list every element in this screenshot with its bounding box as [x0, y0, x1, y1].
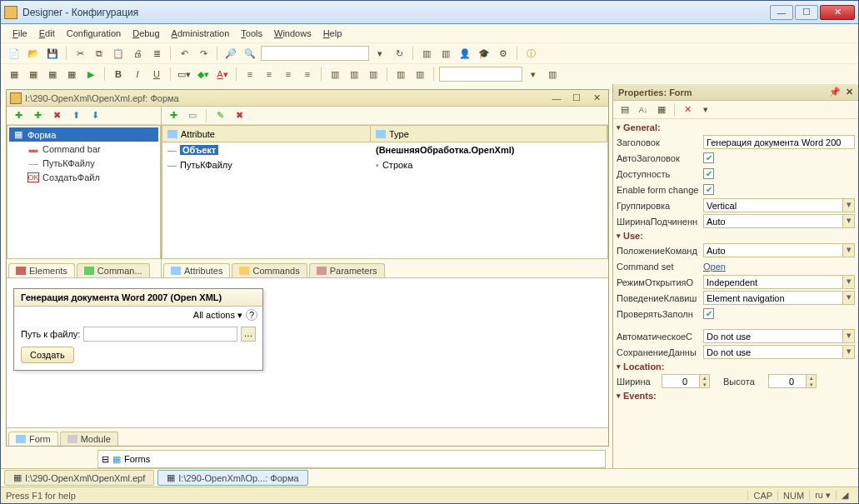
copy-icon[interactable]: ⧉: [91, 45, 107, 62]
menu-file[interactable]: File: [7, 27, 32, 40]
save-icon[interactable]: 💾: [44, 45, 61, 62]
attr-add2-icon[interactable]: ▭: [184, 107, 201, 124]
bold-icon[interactable]: B: [110, 66, 127, 82]
tab-elements[interactable]: Elements: [8, 263, 75, 277]
attr-del-icon[interactable]: ✖: [231, 107, 247, 124]
tree-item[interactable]: —ПутьКФайлу: [9, 156, 158, 170]
align-l-icon[interactable]: ≡: [242, 66, 258, 82]
elements-tree[interactable]: ▦ Форма ▬Command bar —ПутьКФайлу OKСозда…: [7, 125, 161, 259]
form-icon[interactable]: ▦: [6, 66, 22, 82]
x-icon[interactable]: ✕: [679, 102, 696, 118]
prop-openmode-combo[interactable]: Independent▾: [703, 275, 855, 289]
dd-icon[interactable]: ▾: [697, 102, 714, 118]
tab-module[interactable]: Module: [60, 432, 118, 446]
menu-configuration[interactable]: Configuration: [62, 27, 126, 40]
tab-parameters[interactable]: Parameters: [309, 263, 385, 277]
status-lang[interactable]: ru ▾: [809, 490, 836, 501]
color1-icon[interactable]: ▭▾: [176, 66, 192, 82]
find-icon[interactable]: 🔎: [222, 45, 239, 62]
attr-add-icon[interactable]: ✚: [165, 107, 182, 124]
menu-administration[interactable]: Administration: [167, 27, 235, 40]
section-events[interactable]: Events:: [617, 389, 855, 402]
close-button[interactable]: ✕: [820, 5, 855, 20]
del-icon[interactable]: ✖: [48, 107, 65, 124]
italic-icon[interactable]: I: [129, 66, 146, 82]
tab-commands-left[interactable]: Comman...: [77, 263, 150, 277]
refresh-icon[interactable]: ↻: [391, 45, 407, 62]
tree-root[interactable]: ▦ Форма: [9, 127, 158, 142]
section-location[interactable]: Location:: [617, 360, 855, 373]
down-icon[interactable]: ⬇: [87, 107, 103, 124]
sort-cat-icon[interactable]: ▤: [617, 102, 633, 118]
filter-icon[interactable]: ▦: [653, 102, 670, 118]
menu-debug[interactable]: Debug: [127, 27, 164, 40]
menu-windows[interactable]: Windows: [269, 27, 317, 40]
undo-icon[interactable]: ↶: [176, 45, 192, 62]
combo-dd-icon[interactable]: ▾: [525, 66, 542, 82]
create-button[interactable]: Создать: [21, 347, 74, 363]
prop-height-spinner[interactable]: ▴▾: [768, 374, 817, 388]
prop-savedata-combo[interactable]: Do not use▾: [703, 345, 855, 359]
help-icon[interactable]: ⓘ: [522, 45, 539, 62]
up-icon[interactable]: ⬆: [67, 107, 84, 124]
mdi-min-icon[interactable]: —: [548, 90, 565, 107]
cut-icon[interactable]: ✂: [72, 45, 88, 62]
print-icon[interactable]: 🖨: [129, 45, 146, 62]
pin-icon[interactable]: 📌: [829, 87, 841, 97]
form3-icon[interactable]: ▦: [44, 66, 61, 82]
search-go-icon[interactable]: ▾: [372, 45, 388, 62]
prop-keybeh-combo[interactable]: Element navigation▾: [703, 291, 855, 305]
prop-avail-check[interactable]: ✔: [703, 168, 714, 179]
status-resize-icon[interactable]: ◢: [836, 490, 853, 501]
user-icon[interactable]: 👤: [457, 45, 473, 62]
search-input[interactable]: [261, 46, 369, 61]
add2-icon[interactable]: ✚: [29, 107, 46, 124]
form4-icon[interactable]: ▦: [63, 66, 80, 82]
panel-close-icon[interactable]: ✕: [846, 87, 853, 97]
g6-icon[interactable]: ▥: [544, 66, 561, 82]
g1-icon[interactable]: ▥: [327, 66, 343, 82]
compare-icon[interactable]: ≣: [148, 45, 165, 62]
tree-item[interactable]: ▬Command bar: [9, 142, 158, 156]
underline-icon[interactable]: U: [148, 66, 165, 82]
align-r-icon[interactable]: ≡: [280, 66, 297, 82]
section-use[interactable]: Use:: [617, 229, 855, 242]
align-j-icon[interactable]: ≡: [299, 66, 316, 82]
fontcolor-icon[interactable]: A▾: [214, 66, 231, 82]
db1-icon[interactable]: ▥: [418, 45, 435, 62]
g2-icon[interactable]: ▥: [346, 66, 362, 82]
prop-autotitle-check[interactable]: ✔: [703, 152, 714, 163]
tab-commands[interactable]: Commands: [232, 263, 307, 277]
attr-edit-icon[interactable]: ✎: [212, 107, 228, 124]
form2-icon[interactable]: ▦: [25, 66, 42, 82]
g3-icon[interactable]: ▥: [365, 66, 382, 82]
new-icon[interactable]: 📄: [6, 45, 22, 62]
prop-title-input[interactable]: [703, 135, 855, 149]
all-actions-link[interactable]: All actions ▾: [193, 310, 242, 321]
browse-button[interactable]: …: [241, 327, 256, 342]
doc-tab[interactable]: ▦I:\290-OpenXml\Op...: Форма: [157, 470, 307, 486]
prop-cmdset-link[interactable]: Open: [703, 262, 726, 272]
open-icon[interactable]: 📂: [25, 45, 42, 62]
section-general[interactable]: General:: [617, 121, 855, 134]
db2-icon[interactable]: ▥: [437, 45, 454, 62]
tree-item[interactable]: OKСоздатьФайл: [9, 170, 158, 184]
menu-edit[interactable]: Edit: [34, 27, 60, 40]
prop-autosave-combo[interactable]: Do not use▾: [703, 329, 855, 343]
mdi-close-icon[interactable]: ✕: [588, 90, 605, 107]
sort-az-icon[interactable]: A↓: [635, 102, 652, 118]
grid-row[interactable]: —Объект (ВнешняяОбработка.OpenXml): [162, 142, 607, 157]
g5-icon[interactable]: ▥: [412, 66, 428, 82]
forms-list[interactable]: ⊟ ▦ Forms: [97, 450, 606, 468]
add-icon[interactable]: ✚: [10, 107, 27, 124]
grid-row[interactable]: —ПутьКФайлу ▪ Строка: [162, 157, 607, 172]
doc-tab[interactable]: ▦I:\290-OpenXml\OpenXml.epf: [4, 470, 154, 486]
tab-attributes[interactable]: Attributes: [163, 263, 230, 277]
wizard-icon[interactable]: 🎓: [476, 45, 492, 62]
prop-grouping-combo[interactable]: Vertical▾: [703, 198, 855, 212]
attributes-grid[interactable]: —Объект (ВнешняяОбработка.OpenXml) —Путь…: [162, 142, 608, 259]
paste-icon[interactable]: 📋: [110, 45, 127, 62]
run-icon[interactable]: ▶: [82, 66, 99, 82]
prop-width-spinner[interactable]: ▴▾: [662, 374, 710, 388]
prop-enable-check[interactable]: ✔: [703, 184, 714, 195]
